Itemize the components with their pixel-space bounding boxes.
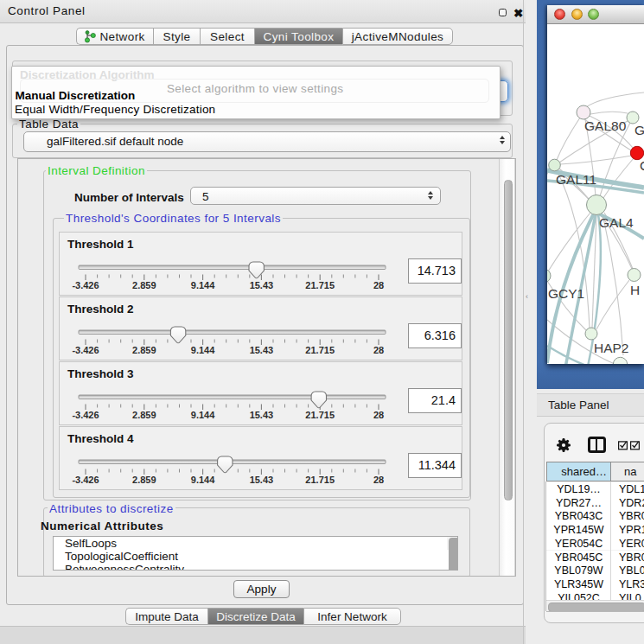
svg-text:9.144: 9.144 [191, 410, 215, 420]
svg-text:-3.426: -3.426 [72, 345, 99, 355]
svg-text:GAL80: GAL80 [584, 118, 627, 133]
svg-text:H: H [630, 283, 640, 297]
svg-text:21.715: 21.715 [305, 345, 335, 355]
svg-text:GAL11: GAL11 [556, 172, 596, 187]
svg-text:28: 28 [373, 345, 384, 355]
svg-text:-3.426: -3.426 [72, 280, 99, 290]
svg-text:15.43: 15.43 [250, 410, 274, 420]
svg-text:15.43: 15.43 [250, 475, 274, 485]
svg-text:2.859: 2.859 [132, 475, 156, 485]
svg-text:28: 28 [373, 475, 384, 485]
svg-text:-3.426: -3.426 [72, 475, 99, 485]
svg-text:21.715: 21.715 [305, 475, 335, 485]
svg-text:GA: GA [634, 123, 644, 137]
svg-text:CY: CY [640, 158, 644, 173]
svg-text:GCY1: GCY1 [548, 286, 584, 301]
svg-text:28: 28 [373, 280, 384, 290]
svg-text:15.43: 15.43 [250, 280, 274, 290]
svg-text:28: 28 [373, 410, 384, 420]
svg-text:9.144: 9.144 [191, 280, 215, 290]
svg-text:HAP2: HAP2 [594, 341, 629, 355]
svg-text:21.715: 21.715 [305, 410, 335, 420]
svg-text:2.859: 2.859 [132, 410, 156, 420]
svg-text:21.715: 21.715 [305, 280, 335, 290]
svg-text:2.859: 2.859 [132, 280, 156, 290]
svg-text:2.859: 2.859 [132, 345, 156, 355]
svg-text:9.144: 9.144 [191, 475, 215, 485]
svg-text:9.144: 9.144 [191, 345, 215, 355]
svg-text:GAL4: GAL4 [599, 215, 634, 230]
svg-text:-3.426: -3.426 [72, 410, 99, 420]
svg-text:15.43: 15.43 [250, 345, 274, 355]
